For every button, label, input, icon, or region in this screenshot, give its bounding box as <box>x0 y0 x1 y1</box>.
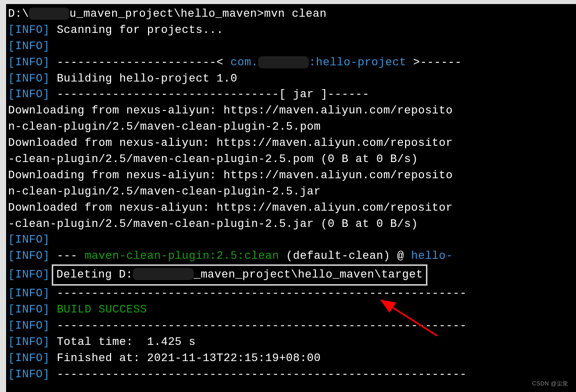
plugin-project: hello- <box>411 250 453 262</box>
info-bracket-close: ] <box>43 233 50 246</box>
terminal-line: D:\u_maven_project\hello_maven>mvn clean <box>8 6 576 22</box>
download-text: Downloading from nexus-aliyun: https://m… <box>8 104 453 117</box>
redacted-smudge <box>29 8 69 20</box>
terminal-line: [INFO] Scanning for projects... <box>8 22 576 38</box>
info-bracket-open: [ <box>8 320 15 332</box>
dashes: ----------------------------------------… <box>50 368 466 381</box>
info-bracket-close: ] <box>43 40 50 53</box>
info-bracket-close: ] <box>43 88 50 101</box>
terminal-line: -clean-plugin/2.5/maven-clean-plugin-2.5… <box>8 216 576 232</box>
download-text: Downloaded from nexus-aliyun: https://ma… <box>8 137 453 149</box>
terminal-line: [INFO] <box>8 232 576 248</box>
redacted-smudge <box>258 56 309 68</box>
info-bracket-close: ] <box>43 368 50 381</box>
download-text: n-clean-plugin/2.5/maven-clean-plugin-2.… <box>8 185 321 198</box>
terminal-line: n-clean-plugin/2.5/maven-clean-plugin-2.… <box>8 184 576 200</box>
info-bracket-close: ] <box>43 24 50 36</box>
terminal-line: Downloading from nexus-aliyun: https://m… <box>8 168 576 184</box>
plugin-default: (default-clean) @ <box>279 250 411 262</box>
jar-line: --------------------------------[ jar ]-… <box>50 88 369 101</box>
terminal-line: Downloaded from nexus-aliyun: https://ma… <box>8 200 576 216</box>
info-bracket-open: [ <box>8 250 15 262</box>
info-bracket-close: ] <box>43 250 50 262</box>
terminal-line: [INFO] Building hello-project 1.0 <box>8 71 576 87</box>
info-label: INFO <box>15 320 43 332</box>
scanning-text: Scanning for projects... <box>50 24 224 36</box>
info-label: INFO <box>15 368 43 381</box>
terminal-line: [INFO] Finished at: 2021-11-13T22:15:19+… <box>8 350 576 367</box>
highlight-box: Deleting D:_maven_project\hello_maven\ta… <box>52 264 427 286</box>
info-label: INFO <box>15 352 43 365</box>
info-bracket-close: ] <box>43 268 50 281</box>
dash-left: -----------------------< <box>50 56 230 69</box>
terminal-line: [INFO] Total time: 1.425 s <box>8 334 576 350</box>
terminal-line: [INFO] --------------------------------[… <box>8 87 576 103</box>
project-artifact: :hello-project <box>309 56 406 69</box>
info-label: INFO <box>15 88 43 101</box>
total-time: Total time: 1.425 s <box>50 336 196 348</box>
info-bracket-close: ] <box>43 72 50 85</box>
download-text: -clean-plugin/2.5/maven-clean-plugin-2.5… <box>8 153 418 166</box>
finished-at: Finished at: 2021-11-13T22:15:19+08:00 <box>50 352 320 365</box>
info-label: INFO <box>15 303 43 316</box>
project-group-prefix: com. <box>230 56 258 69</box>
info-label: INFO <box>15 233 43 246</box>
info-bracket-open: [ <box>8 40 15 53</box>
download-text: -clean-plugin/2.5/maven-clean-plugin-2.5… <box>8 218 418 230</box>
terminal-line: [INFO] -----------------------< com.:hel… <box>8 55 576 71</box>
terminal-line: [INFO] --- maven-clean-plugin:2.5:clean … <box>8 248 576 264</box>
info-label: INFO <box>15 40 43 53</box>
terminal-line: -clean-plugin/2.5/maven-clean-plugin-2.5… <box>8 151 576 168</box>
building-text: Building hello-project 1.0 <box>50 72 237 85</box>
terminal-line: Downloading from nexus-aliyun: https://m… <box>8 103 576 119</box>
info-bracket-open: [ <box>8 303 15 316</box>
terminal-line: [INFO]Deleting D:_maven_project\hello_ma… <box>8 264 576 286</box>
watermark: CSDN @尘觉 <box>532 380 568 388</box>
plugin-dash: --- <box>50 250 85 262</box>
info-bracket-open: [ <box>8 268 15 281</box>
info-bracket-open: [ <box>8 336 15 348</box>
info-bracket-open: [ <box>8 88 15 101</box>
info-bracket-close: ] <box>43 287 50 300</box>
info-bracket-open: [ <box>8 287 15 300</box>
info-bracket-open: [ <box>8 72 15 85</box>
terminal-line: [INFO] ---------------------------------… <box>8 367 576 383</box>
redacted-smudge <box>133 268 194 280</box>
info-label: INFO <box>15 268 43 281</box>
terminal-line: [INFO] ---------------------------------… <box>8 318 576 334</box>
dash-right: >------ <box>406 56 462 69</box>
command-text: mvn clean <box>264 8 327 20</box>
dashes: ----------------------------------------… <box>50 320 466 332</box>
deleting-prefix: Deleting D: <box>56 268 133 281</box>
dashes: ----------------------------------------… <box>50 287 466 300</box>
prompt-path-suffix: u_maven_project\hello_maven> <box>69 8 264 20</box>
terminal-line: Downloaded from nexus-aliyun: https://ma… <box>8 135 576 151</box>
deleting-suffix: _maven_project\hello_maven\target <box>194 268 423 281</box>
info-bracket-close: ] <box>43 303 50 316</box>
info-bracket-close: ] <box>43 56 50 69</box>
info-label: INFO <box>15 336 43 348</box>
info-label: INFO <box>15 56 43 69</box>
terminal-line: [INFO] ---------------------------------… <box>8 286 576 302</box>
terminal-line: n-clean-plugin/2.5/maven-clean-plugin-2.… <box>8 119 576 135</box>
info-bracket-close: ] <box>43 352 50 365</box>
download-text: Downloaded from nexus-aliyun: https://ma… <box>8 202 453 214</box>
info-bracket-open: [ <box>8 24 15 36</box>
plugin-name: maven-clean-plugin:2.5:clean <box>85 250 279 262</box>
terminal-line: [INFO] <box>8 38 576 55</box>
info-label: INFO <box>15 250 43 262</box>
prompt-path-prefix: D:\ <box>8 8 29 20</box>
info-bracket-close: ] <box>43 336 50 348</box>
info-bracket-open: [ <box>8 56 15 69</box>
info-bracket-open: [ <box>8 352 15 365</box>
terminal-line: [INFO] BUILD SUCCESS <box>8 302 576 318</box>
info-bracket-close: ] <box>43 320 50 332</box>
download-text: n-clean-plugin/2.5/maven-clean-plugin-2.… <box>8 121 321 133</box>
info-label: INFO <box>15 287 43 300</box>
build-success: BUILD SUCCESS <box>50 303 147 316</box>
info-bracket-open: [ <box>8 233 15 246</box>
info-label: INFO <box>15 72 43 85</box>
info-label: INFO <box>15 24 43 36</box>
info-bracket-open: [ <box>8 368 15 381</box>
download-text: Downloading from nexus-aliyun: https://m… <box>8 169 453 182</box>
